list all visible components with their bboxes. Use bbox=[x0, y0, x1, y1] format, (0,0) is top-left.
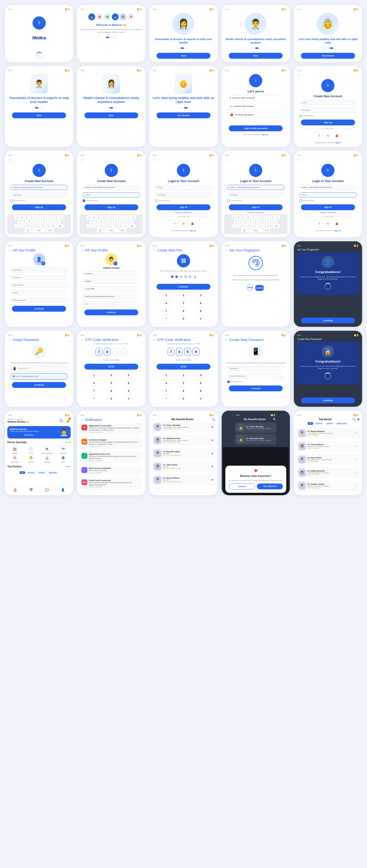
favorite-icon[interactable]: ♡ bbox=[355, 471, 358, 474]
nav-profile[interactable]: 👤 bbox=[61, 488, 65, 492]
back-button[interactable]: ← Set Your Fingerprint bbox=[224, 248, 287, 252]
filter-icon[interactable]: ⚙ bbox=[357, 418, 360, 421]
remember-checkbox[interactable] bbox=[10, 199, 13, 202]
get-started-button[interactable]: Get Started bbox=[157, 113, 210, 118]
password-input[interactable] bbox=[155, 192, 212, 197]
email-input[interactable] bbox=[83, 294, 140, 299]
tag-general[interactable]: General bbox=[314, 422, 324, 425]
back-button[interactable]: ← Fill Your Profile bbox=[7, 248, 71, 252]
signup-link[interactable]: Sign up bbox=[334, 230, 340, 231]
key-0[interactable]: 0 bbox=[180, 396, 187, 402]
favorite-icon[interactable]: ♥ bbox=[211, 478, 213, 482]
key-3[interactable]: 3 bbox=[197, 292, 204, 299]
key-5[interactable]: 5 bbox=[180, 380, 187, 387]
tag-specialist[interactable]: Specialist bbox=[47, 471, 59, 474]
continue-button[interactable]: Continue bbox=[84, 309, 138, 315]
key-hash[interactable]: # bbox=[125, 396, 132, 402]
key-2[interactable]: 2 bbox=[108, 372, 115, 379]
skip-button[interactable]: Skip bbox=[247, 284, 253, 291]
favorite-icon[interactable]: ♥ bbox=[273, 438, 275, 441]
signup-button[interactable]: Sign up bbox=[301, 120, 355, 125]
firstname-input[interactable] bbox=[83, 271, 140, 276]
apple-btn[interactable]: 🍎 bbox=[333, 132, 340, 139]
key-3[interactable]: 3 bbox=[197, 372, 204, 379]
key-3[interactable]: 3 bbox=[125, 372, 132, 379]
back-button[interactable]: ← bbox=[152, 418, 154, 421]
spec-ophthalmologist[interactable]: 👁Ophthalmologist bbox=[40, 446, 55, 454]
back-button[interactable]: ← bbox=[296, 73, 360, 77]
see-all-doctors[interactable]: See All bbox=[65, 466, 71, 467]
key-1[interactable]: 1 bbox=[90, 372, 97, 379]
email-option[interactable]: ✉ and***@yourdomain.com bbox=[10, 373, 67, 380]
key-7[interactable]: 7 bbox=[90, 388, 97, 395]
continue-button[interactable]: Continue bbox=[301, 398, 355, 403]
back-button[interactable]: ← bbox=[224, 158, 287, 162]
tag-multi[interactable]: Multi-doctor bbox=[335, 422, 348, 425]
back-button[interactable]: ← Create New PIN bbox=[152, 248, 215, 252]
signin-link[interactable]: Sign in bbox=[335, 142, 341, 144]
favorite-icon[interactable]: ♥ bbox=[211, 452, 213, 455]
key-hash[interactable]: # bbox=[197, 396, 204, 402]
password-input[interactable] bbox=[10, 192, 67, 197]
key-star[interactable]: * bbox=[163, 396, 170, 402]
back-button[interactable]: ← OTP Code Verification bbox=[80, 338, 143, 342]
verify-button[interactable]: Verify bbox=[157, 364, 210, 370]
favorite-icon[interactable]: ♥ bbox=[273, 426, 275, 429]
key-1[interactable]: 1 bbox=[163, 292, 170, 299]
apple-btn[interactable]: 🍎 bbox=[189, 220, 196, 227]
key-9[interactable]: 9 bbox=[197, 388, 204, 395]
key-5[interactable]: 5 bbox=[180, 300, 187, 307]
signup-button[interactable]: Sign up bbox=[84, 204, 138, 210]
favorite-icon[interactable]: ♡ bbox=[355, 445, 358, 448]
favorite-icon[interactable]: ♥ bbox=[211, 425, 213, 429]
continue-button[interactable]: Continue bbox=[255, 285, 264, 291]
edit-avatar-badge[interactable]: ✏ bbox=[41, 261, 45, 266]
next-button[interactable]: Next bbox=[12, 113, 66, 118]
back-button[interactable]: ← Notification bbox=[80, 418, 143, 422]
tag-all[interactable]: All bbox=[308, 422, 313, 425]
key-4[interactable]: 4 bbox=[90, 380, 97, 387]
nav-calendar[interactable]: 📅 bbox=[29, 488, 33, 492]
signin-button[interactable]: Sign in bbox=[301, 204, 355, 210]
back-button[interactable]: ← bbox=[80, 158, 143, 162]
continue-button[interactable]: Continue bbox=[229, 385, 283, 391]
key-1[interactable]: 1 bbox=[163, 372, 170, 379]
tag-dentist[interactable]: Dentist bbox=[325, 422, 334, 425]
new-password-input[interactable] bbox=[227, 366, 284, 371]
email-input[interactable] bbox=[227, 185, 284, 190]
dob-input[interactable] bbox=[83, 286, 140, 291]
password-input[interactable] bbox=[300, 192, 357, 197]
forgot-password-link[interactable]: Forgot the password? bbox=[247, 212, 264, 213]
otp-box-2[interactable]: 4 bbox=[104, 348, 111, 355]
key-8[interactable]: 8 bbox=[180, 308, 187, 315]
key-0[interactable]: 0 bbox=[108, 396, 115, 402]
search-icon[interactable]: 🔍 bbox=[273, 418, 277, 421]
spec-dentist[interactable]: 🦷Dentist bbox=[24, 446, 39, 454]
favorite-icon[interactable]: ♥ bbox=[211, 465, 213, 468]
favorite-icon[interactable]: ♥ bbox=[211, 438, 213, 442]
apple-login-button[interactable]: 🍎Continue with Apple bbox=[227, 112, 284, 118]
fb-btn[interactable]: f bbox=[171, 220, 178, 227]
spec-radiology[interactable]: 🔬Radiology bbox=[40, 455, 55, 463]
back-button[interactable]: ← OTP Code Verification bbox=[152, 338, 215, 342]
apple-btn[interactable]: 🍎 bbox=[333, 220, 340, 227]
yes-remove-button[interactable]: Yes, Remove bbox=[257, 484, 283, 489]
surname-input[interactable] bbox=[10, 275, 67, 280]
key-star[interactable]: * bbox=[163, 316, 170, 322]
confirm-password-input[interactable] bbox=[227, 373, 284, 379]
tag-all[interactable]: All bbox=[20, 471, 25, 474]
edit-avatar-badge[interactable]: ✏ bbox=[114, 261, 117, 266]
key-6[interactable]: 6 bbox=[125, 380, 132, 387]
key-5[interactable]: 5 bbox=[108, 380, 115, 387]
next-button[interactable]: Next bbox=[157, 53, 210, 59]
back-button[interactable]: ← Forgot Password bbox=[7, 338, 71, 342]
remember-checkbox[interactable] bbox=[227, 199, 230, 202]
surname-input[interactable] bbox=[83, 279, 140, 284]
back-button[interactable]: ← bbox=[7, 158, 71, 162]
signup-button[interactable]: Sign up bbox=[12, 204, 66, 210]
otp-box-3[interactable]: 5 bbox=[184, 348, 191, 355]
phone-input[interactable] bbox=[83, 301, 140, 307]
otp-box-2[interactable]: 4 bbox=[176, 348, 183, 355]
signin-password-button[interactable]: Sign in with password bbox=[229, 125, 283, 131]
back-button[interactable]: ← Fill Your Profile bbox=[80, 248, 143, 252]
